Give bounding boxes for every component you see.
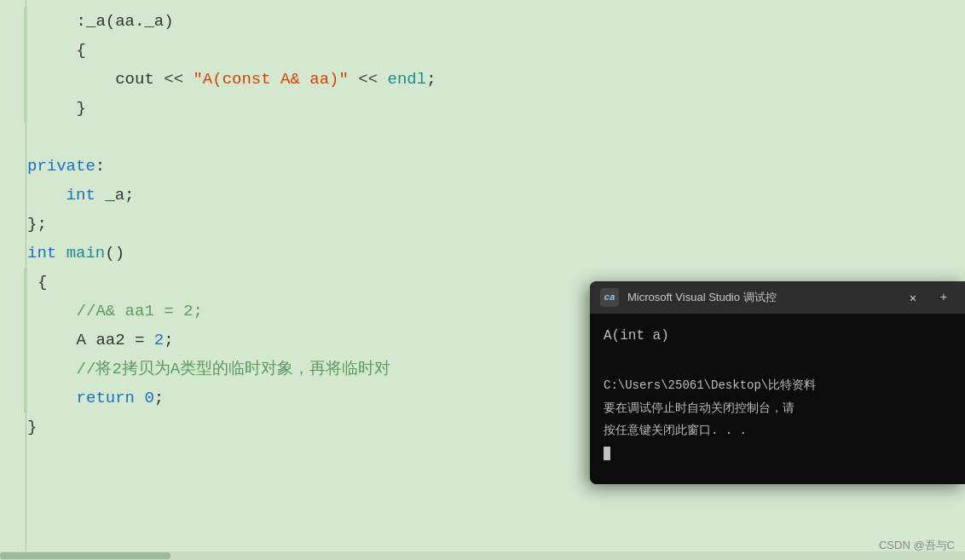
line-bar: [24, 326, 27, 355]
code-line: cout << "A(const A& aa)" << endl;: [0, 65, 965, 94]
code-line: {: [0, 36, 965, 65]
console-cursor-line: [604, 443, 951, 465]
code-text: [24, 123, 965, 152]
console-note1: 要在调试停止时自动关闭控制台，请: [604, 399, 951, 418]
code-text: :_a(aa._a): [34, 7, 965, 36]
code-line: int _a;: [0, 181, 965, 210]
line-bar: [24, 65, 27, 94]
code-line: private:: [0, 152, 965, 181]
line-bar: [24, 355, 27, 384]
code-text: cout << "A(const A& aa)" << endl;: [34, 65, 965, 94]
console-window: ca Microsoft Visual Studio 调试控 ✕ + A(int…: [590, 281, 965, 484]
line-bar: [24, 36, 27, 65]
line-bar: [24, 7, 27, 36]
code-line: − int main(): [0, 239, 965, 268]
code-text: {: [34, 36, 965, 65]
code-line: };: [0, 210, 965, 239]
code-text: int _a;: [24, 181, 965, 210]
console-output-blank: [604, 351, 951, 373]
code-text: }: [34, 94, 965, 123]
code-line: :_a(aa._a): [0, 7, 965, 36]
code-text: int main(): [24, 239, 965, 268]
horizontal-scrollbar[interactable]: [0, 551, 965, 560]
watermark: CSDN @吾与C: [879, 538, 955, 553]
code-line: }: [0, 94, 965, 123]
console-add-button[interactable]: +: [933, 289, 955, 306]
code-text: };: [24, 210, 965, 239]
line-bar: [24, 268, 27, 297]
console-close-button[interactable]: ✕: [902, 289, 924, 306]
console-title: Microsoft Visual Studio 调试控: [627, 290, 893, 305]
line-bar: [24, 384, 27, 413]
scroll-thumb[interactable]: [0, 552, 170, 559]
code-editor: :_a(aa._a) { cout << "A(const A& aa)" <<…: [0, 0, 965, 560]
console-app-icon: ca: [600, 288, 619, 307]
console-path: C:\Users\25061\Desktop\比特资料: [604, 376, 951, 395]
console-titlebar: ca Microsoft Visual Studio 调试控 ✕ +: [590, 281, 965, 314]
code-line: [0, 123, 965, 152]
console-output-aint: A(int a): [604, 326, 951, 348]
line-bar: [24, 94, 27, 123]
console-cursor: [604, 447, 610, 460]
line-bar: [24, 297, 27, 326]
console-body: A(int a) C:\Users\25061\Desktop\比特资料 要在调…: [590, 314, 965, 484]
code-text: private:: [24, 152, 965, 181]
console-note2: 按任意键关闭此窗口. . .: [604, 421, 951, 440]
